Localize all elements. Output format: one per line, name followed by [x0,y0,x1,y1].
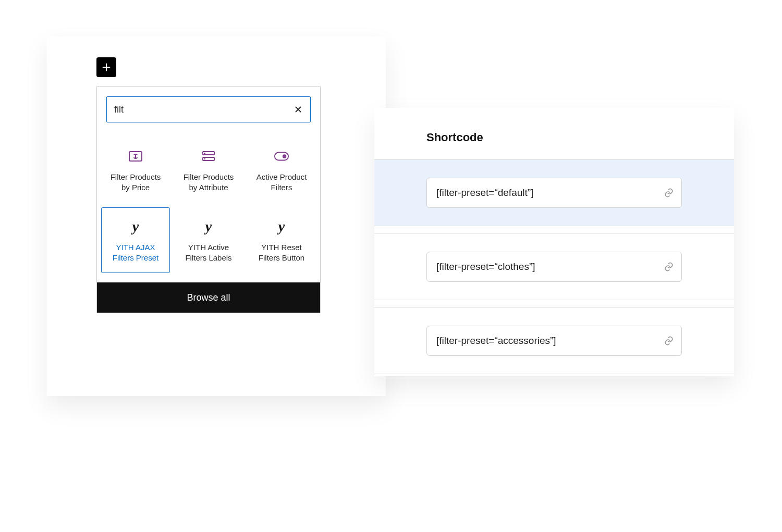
search-input[interactable] [114,104,294,115]
block-label: Filter Products by Price [106,172,165,193]
shortcode-row[interactable]: [filter-preset=“accessories”] [374,307,734,374]
block-active-product-filters[interactable]: Active Product Filters [247,137,316,203]
browse-all-label: Browse all [187,292,230,303]
plus-icon [101,61,112,73]
shortcode-field[interactable]: [filter-preset=“accessories”] [426,326,682,356]
link-icon [664,336,674,346]
block-label: YITH Reset Filters Button [252,242,311,264]
shortcode-value: [filter-preset=“clothes”] [436,261,535,273]
copy-shortcode-button[interactable] [664,262,674,272]
shortcode-row[interactable]: [filter-preset=“clothes”] [374,233,734,300]
browse-all-button[interactable]: Browse all [97,282,320,313]
yith-y-icon: y [128,219,143,234]
shortcode-field[interactable]: [filter-preset=“default”] [426,178,682,208]
svg-point-6 [283,154,286,158]
price-icon [128,149,143,164]
search-field [106,96,311,122]
yith-y-icon: y [274,219,289,234]
add-block-button[interactable] [96,57,116,77]
block-inserter-panel: Filter Products by Price Filter Products… [96,86,321,313]
shortcode-row[interactable]: [filter-preset=“default”] [374,159,734,226]
svg-rect-4 [204,158,205,159]
block-label: Filter Products by Attribute [179,172,238,193]
block-label: YITH AJAX Filters Preset [106,242,165,264]
attribute-icon [201,149,216,164]
block-inserter-card: Filter Products by Price Filter Products… [47,36,386,396]
link-icon [664,188,674,198]
shortcode-field[interactable]: [filter-preset=“clothes”] [426,252,682,282]
copy-shortcode-button[interactable] [664,188,674,198]
copy-shortcode-button[interactable] [664,336,674,346]
yith-y-icon: y [201,219,216,234]
block-yith-ajax-filters-preset[interactable]: y YITH AJAX Filters Preset [101,207,170,274]
clear-search-button[interactable] [294,105,303,114]
block-filter-by-attribute[interactable]: Filter Products by Attribute [174,137,243,203]
block-yith-reset-filters-button[interactable]: y YITH Reset Filters Button [247,207,316,274]
block-filter-by-price[interactable]: Filter Products by Price [101,137,170,203]
link-icon [664,262,674,272]
search-wrap [97,87,320,132]
shortcode-value: [filter-preset=“default”] [436,187,533,199]
block-label: YITH Active Filters Labels [179,242,238,264]
svg-rect-3 [204,153,205,154]
block-grid: Filter Products by Price Filter Products… [97,132,320,282]
toggle-icon [274,149,289,164]
shortcode-value: [filter-preset=“accessories”] [436,335,556,347]
shortcode-heading: Shortcode [374,108,734,159]
close-icon [294,105,303,114]
shortcode-panel: Shortcode [filter-preset=“default”] [fil… [374,108,734,376]
block-label: Active Product Filters [252,172,311,193]
block-yith-active-filters-labels[interactable]: y YITH Active Filters Labels [174,207,243,274]
